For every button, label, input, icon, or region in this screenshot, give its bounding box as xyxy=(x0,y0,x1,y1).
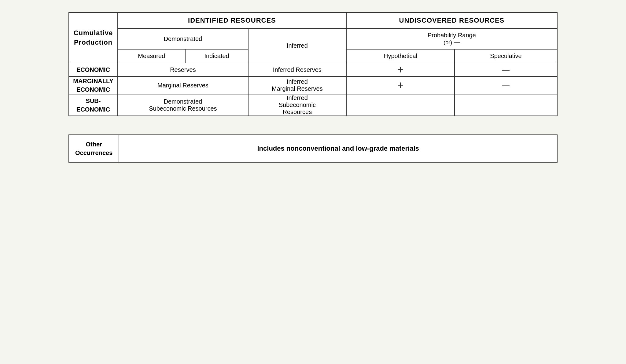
identified-resources-header: IDENTIFIED RESOURCES xyxy=(118,13,346,28)
other-occurrences-content: Includes nonconventional and low-grade m… xyxy=(119,135,557,162)
inferred-marginal-reserves-cell: Inferred Marginal Reserves xyxy=(248,76,346,94)
other-occurrences-label: Other Occurrences xyxy=(69,135,119,162)
measured-header: Measured xyxy=(118,49,185,63)
marginally-economic-label-cell: MARGINALLY ECONOMIC xyxy=(69,76,118,94)
hypothetical-header: Hypothetical xyxy=(346,49,455,63)
economic-row: ECONOMIC Reserves Inferred Reserves + — xyxy=(69,63,557,76)
inferred-subeconomic-cell: Inferred Subeconomic Resources xyxy=(248,94,346,116)
speculative-subeconomic-cell xyxy=(455,94,557,116)
indicated-header: Indicated xyxy=(185,49,248,63)
economic-label-cell: ECONOMIC xyxy=(69,63,118,76)
other-occurrences-row: Other Occurrences Includes nonconvention… xyxy=(69,135,557,162)
speculative-header: Speculative xyxy=(455,49,557,63)
inferred-header: Inferred xyxy=(248,28,346,63)
demonstrated-subeconomic-cell: Demonstrated Subeconomic Resources xyxy=(118,94,248,116)
marginally-economic-row: MARGINALLY ECONOMIC Marginal Reserves In… xyxy=(69,76,557,94)
page-container: Cumulative Production IDENTIFIED RESOURC… xyxy=(68,12,558,163)
classification-table: Cumulative Production IDENTIFIED RESOURC… xyxy=(68,12,558,116)
sub-economic-label-cell: SUB- ECONOMIC xyxy=(69,94,118,116)
probability-range-header: Probability Range (or) — xyxy=(346,28,557,49)
inferred-reserves-cell: Inferred Reserves xyxy=(248,63,346,76)
sub-economic-row: SUB- ECONOMIC Demonstrated Subeconomic R… xyxy=(69,94,557,116)
undiscovered-resources-header: UNDISCOVERED RESOURCES xyxy=(346,13,557,28)
cumulative-production-cell: Cumulative Production xyxy=(69,13,118,63)
hypothetical-marginal-cell: + xyxy=(346,76,455,94)
other-occurrences-table: Other Occurrences Includes nonconvention… xyxy=(68,134,558,163)
hypothetical-economic-cell: + xyxy=(346,63,455,76)
marginal-reserves-cell: Marginal Reserves xyxy=(118,76,248,94)
hypothetical-subeconomic-cell xyxy=(346,94,455,116)
speculative-economic-cell: — xyxy=(455,63,557,76)
cumulative-production-label: Cumulative Production xyxy=(74,29,113,46)
speculative-marginal-cell: — xyxy=(455,76,557,94)
reserves-cell: Reserves xyxy=(118,63,248,76)
demonstrated-header: Demonstrated xyxy=(118,28,248,49)
